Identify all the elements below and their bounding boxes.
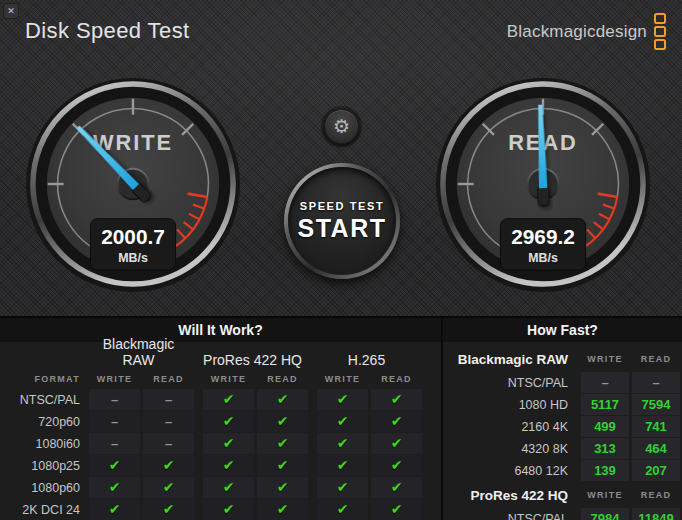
will-it-work-title: Will It Work? [0, 318, 441, 342]
status-cell-check: ✔ [371, 455, 422, 476]
value-cell-write: – [581, 372, 629, 393]
column-header-write: WRITE [317, 374, 368, 384]
table-row: 1080i60––✔✔✔✔ [0, 433, 441, 454]
status-cell-dash: – [89, 389, 140, 410]
table-row: 720p60––✔✔✔✔ [0, 411, 441, 432]
status-cell-check: ✔ [203, 455, 254, 476]
how-fast-title: How Fast? [443, 318, 682, 342]
column-header-read: READ [257, 374, 308, 384]
blackmagic-logo-icon [654, 13, 666, 50]
status-cell-check: ✔ [317, 389, 368, 410]
format-label: 1080i60 [0, 437, 86, 451]
column-header-row: FORMAT WRITE READ WRITE READ WRITE READ [0, 371, 441, 386]
status-cell-dash: – [89, 433, 140, 454]
page-title: Disk Speed Test [25, 18, 190, 44]
format-label: 1080 HD [443, 398, 578, 412]
status-cell-check: ✔ [203, 411, 254, 432]
table-row: 6480 12K139207 [443, 460, 682, 481]
section-name: Blackmagic RAW [443, 352, 578, 367]
dashboard-area: ✕ Disk Speed Test Blackmagicdesign [0, 0, 682, 316]
table-row: NTSC/PAL––✔✔✔✔ [0, 389, 441, 410]
gear-icon: ⚙ [333, 116, 350, 137]
status-cell-dash: – [143, 411, 194, 432]
table-row: 1080 HD51177594 [443, 394, 682, 415]
how-fast-table: Blackmagic RAWWRITEREADNTSC/PAL––1080 HD… [443, 342, 682, 520]
status-cell-check: ✔ [317, 499, 368, 520]
status-cell-check: ✔ [203, 477, 254, 498]
status-cell-check: ✔ [371, 389, 422, 410]
status-cell-check: ✔ [203, 433, 254, 454]
column-header-write: WRITE [581, 354, 629, 364]
column-header-read: READ [143, 374, 194, 384]
read-gauge: READ 2969.2 MB/s [434, 75, 652, 293]
read-speed-unit: MB/s [528, 251, 558, 265]
status-cell-check: ✔ [371, 433, 422, 454]
format-label: NTSC/PAL [443, 512, 578, 520]
brand-logo-text: Blackmagicdesign [507, 22, 647, 42]
status-cell-check: ✔ [317, 411, 368, 432]
disk-speed-test-window: ✕ Disk Speed Test Blackmagicdesign [0, 0, 682, 520]
table-row: 2K DCI 24✔✔✔✔✔✔ [0, 499, 441, 520]
column-header-write: WRITE [203, 374, 254, 384]
status-cell-check: ✔ [257, 499, 308, 520]
status-cell-check: ✔ [143, 455, 194, 476]
status-cell-check: ✔ [257, 433, 308, 454]
start-button-face: SPEED TEST START [288, 167, 396, 275]
value-cell-read: 207 [632, 460, 680, 481]
write-speed-value: 2000.7 [101, 225, 165, 248]
codec-header-row: Blackmagic RAW ProRes 422 HQ H.265 [0, 349, 441, 368]
codec-header-h265: H.265 [314, 352, 419, 368]
value-cell-read: 11849 [632, 508, 680, 520]
format-label: NTSC/PAL [0, 393, 86, 407]
table-row: 1080p25✔✔✔✔✔✔ [0, 455, 441, 476]
status-cell-check: ✔ [317, 455, 368, 476]
codec-header-prores: ProRes 422 HQ [200, 352, 305, 368]
column-header-read: READ [632, 354, 680, 364]
status-cell-check: ✔ [257, 477, 308, 498]
column-header-write: WRITE [581, 490, 629, 500]
read-speed-value: 2969.2 [511, 225, 575, 248]
column-header-format: FORMAT [0, 374, 86, 384]
column-header-read: READ [371, 374, 422, 384]
table-row: 2160 4K499741 [443, 416, 682, 437]
status-cell-check: ✔ [371, 499, 422, 520]
settings-button[interactable]: ⚙ [324, 109, 359, 144]
value-cell-read: – [632, 372, 680, 393]
status-cell-check: ✔ [143, 477, 194, 498]
format-label: 2K DCI 24 [0, 503, 86, 517]
table-section-header: Blackmagic RAWWRITEREAD [443, 349, 682, 369]
write-gauge: WRITE 2000.7 MB/s [24, 75, 242, 293]
status-cell-check: ✔ [257, 389, 308, 410]
status-cell-dash: – [143, 389, 194, 410]
how-fast-panel: How Fast? Blackmagic RAWWRITEREADNTSC/PA… [443, 318, 682, 520]
status-cell-check: ✔ [89, 499, 140, 520]
format-label: 2160 4K [443, 420, 578, 434]
section-name: ProRes 422 HQ [443, 488, 578, 503]
table-row: NTSC/PAL–– [443, 372, 682, 393]
value-cell-write: 499 [581, 416, 629, 437]
format-label: 1080p60 [0, 481, 86, 495]
brand-logo: Blackmagicdesign [507, 13, 666, 50]
value-cell-write: 7984 [581, 508, 629, 520]
value-cell-read: 741 [632, 416, 680, 437]
value-cell-write: 313 [581, 438, 629, 459]
table-row: 1080p60✔✔✔✔✔✔ [0, 477, 441, 498]
table-row: NTSC/PAL798411849 [443, 508, 682, 520]
format-label: 1080p25 [0, 459, 86, 473]
status-cell-check: ✔ [89, 455, 140, 476]
table-row: 4320 8K313464 [443, 438, 682, 459]
status-cell-dash: – [89, 411, 140, 432]
results-area: Will It Work? Blackmagic RAW ProRes 422 … [0, 316, 682, 520]
value-cell-read: 464 [632, 438, 680, 459]
status-cell-check: ✔ [257, 455, 308, 476]
will-it-work-table: NTSC/PAL––✔✔✔✔720p60––✔✔✔✔1080i60––✔✔✔✔1… [0, 389, 441, 520]
status-cell-check: ✔ [317, 477, 368, 498]
write-speed-unit: MB/s [118, 251, 148, 265]
close-button[interactable]: ✕ [3, 3, 19, 19]
table-section-header: ProRes 422 HQWRITEREAD [443, 485, 682, 505]
status-cell-check: ✔ [257, 411, 308, 432]
start-button-subtitle: SPEED TEST [300, 200, 384, 212]
status-cell-check: ✔ [143, 499, 194, 520]
start-button[interactable]: SPEED TEST START [284, 163, 400, 279]
status-cell-check: ✔ [371, 477, 422, 498]
